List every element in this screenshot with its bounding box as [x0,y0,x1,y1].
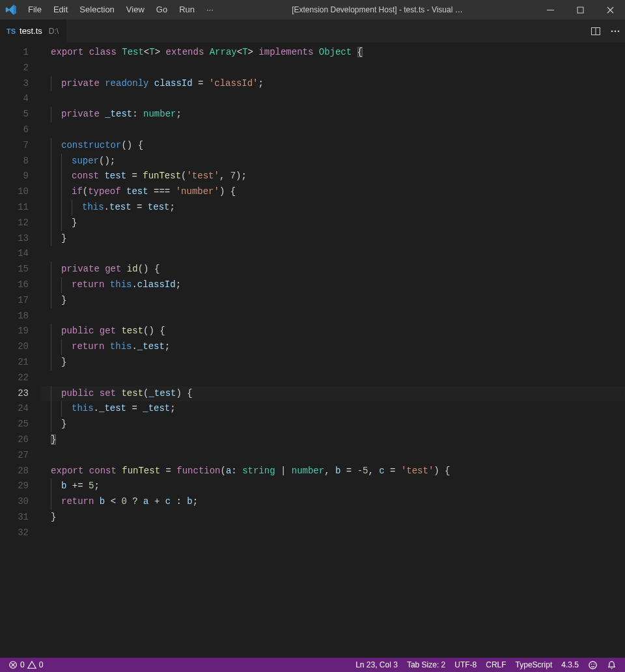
code-line[interactable] [40,525,625,541]
line-number: 4 [0,91,29,107]
split-editor-icon[interactable] [586,20,605,42]
line-number: 30 [0,494,29,510]
minimize-button[interactable] [535,0,565,20]
code-line[interactable]: } [40,417,625,432]
code-line[interactable]: } [40,432,625,448]
line-number: 29 [0,479,29,494]
code-line[interactable]: } [40,231,625,247]
code-line[interactable]: export const funTest = function(a: strin… [40,464,625,479]
code-area[interactable]: export class Test<T> extends Array<T> im… [40,45,625,658]
code-line[interactable] [40,246,625,262]
line-number-gutter: 1234567891011121314151617181920212223242… [0,45,40,658]
menu-view[interactable]: View [120,0,150,20]
code-line[interactable]: } [40,355,625,371]
maximize-button[interactable] [565,0,595,20]
line-number: 5 [0,107,29,122]
code-line[interactable] [40,122,625,138]
status-encoding[interactable]: UTF-8 [450,658,481,672]
status-warning-count: 0 [39,658,44,672]
menu-selection[interactable]: Selection [74,0,120,20]
line-number: 16 [0,277,29,293]
code-line[interactable]: return b < 0 ? a + c : b; [40,494,625,510]
line-number: 2 [0,61,29,76]
code-line[interactable]: const test = funTest('test', 7); [40,169,625,184]
status-feedback-icon[interactable] [583,660,602,670]
code-line[interactable]: this.test = test; [40,200,625,216]
svg-point-8 [589,661,596,668]
line-number: 21 [0,355,29,371]
line-number: 19 [0,324,29,339]
line-number: 3 [0,76,29,92]
code-line[interactable]: } [40,510,625,525]
line-number: 24 [0,401,29,417]
line-number: 25 [0,417,29,432]
line-number: 11 [0,200,29,216]
menubar: File Edit Selection View Go Run ··· [22,0,219,20]
code-line[interactable]: private readonly classId = 'classId'; [40,76,625,92]
svg-rect-1 [577,7,583,13]
code-line[interactable]: } [40,216,625,231]
line-number: 13 [0,231,29,247]
typescript-file-icon: TS [7,27,16,35]
code-line[interactable]: private _test: number; [40,107,625,122]
status-tab-size[interactable]: Tab Size: 2 [402,658,450,672]
code-line[interactable] [40,371,625,386]
svg-point-9 [591,664,592,665]
line-number: 22 [0,371,29,386]
close-button[interactable] [595,0,625,20]
code-line[interactable]: if(typeof test === 'number') { [40,184,625,200]
status-error-count: 0 [20,658,25,672]
code-line[interactable]: } [40,293,625,309]
status-language[interactable]: TypeScript [511,658,557,672]
status-bell-icon[interactable] [602,660,621,670]
menu-overflow-icon[interactable]: ··· [201,0,219,20]
code-line[interactable]: super(); [40,154,625,169]
menu-edit[interactable]: Edit [48,0,74,20]
line-number: 15 [0,262,29,277]
tab-bar: TS test.ts D:\ [0,20,625,42]
titlebar: File Edit Selection View Go Run ··· [Ext… [0,0,625,20]
line-number: 17 [0,293,29,309]
line-number: 8 [0,154,29,169]
code-line[interactable]: return this._test; [40,339,625,355]
code-line[interactable] [40,91,625,107]
code-line[interactable] [40,309,625,324]
line-number: 10 [0,184,29,200]
line-number: 32 [0,525,29,541]
more-actions-icon[interactable] [605,20,625,42]
status-eol[interactable]: CRLF [481,658,510,672]
menu-file[interactable]: File [22,0,48,20]
line-number: 14 [0,246,29,262]
code-line[interactable]: constructor() { [40,138,625,154]
status-ts-version[interactable]: 4.3.5 [557,658,583,672]
status-problems[interactable]: 0 0 [4,658,48,672]
statusbar: 0 0 Ln 23, Col 3 Tab Size: 2 UTF-8 CRLF … [0,658,625,672]
line-number: 18 [0,309,29,324]
window-title: [Extension Development Host] - test.ts -… [219,5,535,14]
menu-run[interactable]: Run [173,0,201,20]
code-line[interactable]: private get id() { [40,262,625,277]
line-number: 31 [0,510,29,525]
line-number: 6 [0,122,29,138]
editor[interactable]: 1234567891011121314151617181920212223242… [0,42,625,658]
code-line[interactable]: export class Test<T> extends Array<T> im… [40,45,625,61]
line-number: 27 [0,448,29,464]
svg-point-4 [611,30,613,32]
line-number: 23 [0,386,29,402]
code-line[interactable]: this._test = _test; [40,401,625,417]
code-line[interactable] [40,448,625,464]
line-number: 7 [0,138,29,154]
line-number: 20 [0,339,29,355]
vscode-logo-icon [0,4,22,16]
menu-go[interactable]: Go [150,0,173,20]
code-line[interactable]: return this.classId; [40,277,625,293]
tab-file-name: test.ts [20,26,42,36]
line-number: 1 [0,45,29,61]
code-line[interactable]: b += 5; [40,479,625,494]
code-line[interactable] [40,61,625,76]
svg-point-6 [618,30,620,32]
tab-test-ts[interactable]: TS test.ts D:\ [0,20,66,42]
status-line-col[interactable]: Ln 23, Col 3 [351,658,402,672]
code-line[interactable]: public set test(_test) { [40,386,625,402]
code-line[interactable]: public get test() { [40,324,625,339]
